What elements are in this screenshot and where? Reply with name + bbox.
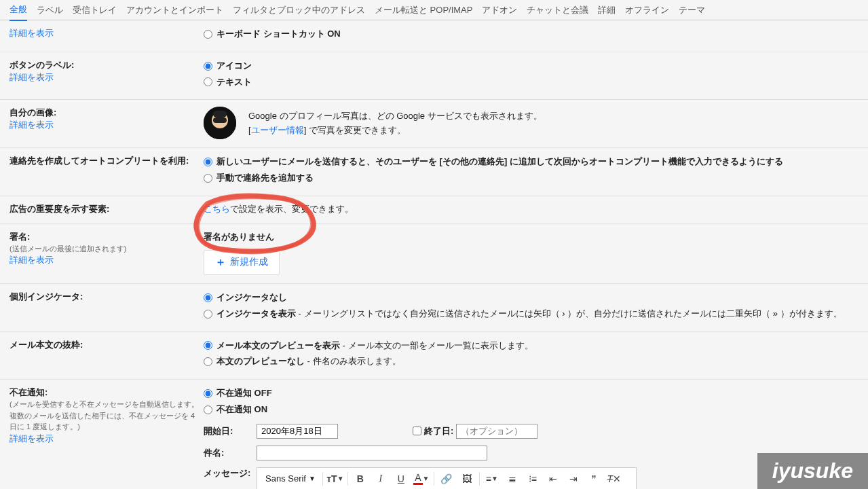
option-label: 不在通知 OFF — [216, 386, 272, 401]
section-subtitle: (送信メールの最後に追加されます) — [10, 243, 204, 255]
learn-more-link[interactable]: 詳細を表示 — [10, 255, 54, 265]
radio-no-snippets[interactable] — [204, 357, 212, 366]
row-ads: 広告の重要度を示す要素: こちらで設定を表示、変更できます。 — [0, 196, 868, 224]
subject-input[interactable] — [257, 446, 487, 460]
end-date-checkbox[interactable] — [413, 427, 421, 435]
tab-0[interactable]: 全般 — [10, 0, 27, 21]
option-label: インジケータなし — [216, 291, 287, 305]
radio-option[interactable]: テキスト — [204, 75, 858, 90]
about-me-link[interactable]: ユーザー情報 — [251, 125, 304, 135]
radio-option[interactable]: 不在通知 OFF — [204, 386, 858, 401]
option-label: 新しいユーザーにメールを送信すると、そのユーザーを [その他の連絡先] に追加し… — [216, 155, 783, 169]
tab-5[interactable]: メール転送と POP/IMAP — [375, 0, 472, 20]
tab-6[interactable]: アドオン — [482, 0, 517, 20]
row-my-picture: 自分の画像: 詳細を表示 Google のプロフィール写真は、どの Google… — [0, 100, 868, 148]
start-date-row: 開始日: 終了日: — [204, 424, 858, 439]
radio-vacation-on[interactable] — [204, 405, 212, 414]
radio-show-indicators[interactable] — [204, 310, 212, 319]
learn-more-link[interactable]: 詳細を表示 — [10, 120, 54, 130]
row-vacation: 不在通知: (メールを受信すると不在メッセージを自動返信します。複数のメールを送… — [0, 380, 868, 489]
row-shortcuts: 詳細を表示 キーボード ショートカット ON — [0, 20, 868, 52]
learn-more-link[interactable]: 詳細を表示 — [10, 72, 54, 82]
row-snippets: メール本文の抜粋: メール本文のプレビューを表示 - メール本文の一部をメール一… — [0, 332, 868, 380]
avatar[interactable] — [204, 107, 236, 139]
section-title: 不在通知: — [10, 386, 204, 399]
radio-vacation-off[interactable] — [204, 389, 212, 398]
watermark: iyusuke — [757, 453, 868, 489]
radio-option[interactable]: インジケータを表示 - メーリングリストではなく自分宛に送信されたメールには矢印… — [204, 307, 858, 321]
tab-2[interactable]: 受信トレイ — [73, 0, 117, 20]
numbered-list-icon[interactable]: ≣ — [504, 471, 521, 487]
radio-icons[interactable] — [204, 62, 212, 71]
italic-icon[interactable]: I — [373, 471, 389, 487]
radio-option[interactable]: メール本文のプレビューを表示 - メール本文の一部をメール一覧に表示します。 — [204, 339, 858, 353]
no-signature-text: 署名がありません — [204, 231, 858, 243]
radio-text[interactable] — [204, 77, 212, 86]
message-label: メッセージ: — [204, 467, 257, 479]
tab-10[interactable]: テーマ — [679, 0, 705, 20]
tab-4[interactable]: フィルタとブロック中のアドレス — [233, 0, 365, 20]
indent-less-icon[interactable]: ⇤ — [545, 471, 561, 487]
section-title: ボタンのラベル: — [10, 59, 204, 71]
create-new-button[interactable]: ＋ 新規作成 — [204, 250, 280, 275]
radio-option[interactable]: インジケータなし — [204, 291, 858, 305]
indent-more-icon[interactable]: ⇥ — [565, 471, 582, 487]
subject-label: 件名: — [204, 447, 257, 459]
radio-manual-add[interactable] — [204, 174, 212, 183]
radio-no-indicators[interactable] — [204, 293, 212, 302]
section-title: 個別インジケータ: — [10, 291, 204, 303]
tab-1[interactable]: ラベル — [37, 0, 63, 20]
row-signature: 署名: (送信メールの最後に追加されます) 詳細を表示 署名がありません ＋ 新… — [0, 224, 868, 284]
settings-content: 詳細を表示 キーボード ショートカット ON ボタンのラベル: 詳細を表示 アイ… — [0, 20, 868, 489]
align-icon[interactable]: ≡▼ — [484, 471, 500, 487]
section-title: 自分の画像: — [10, 107, 204, 119]
text-color-icon[interactable]: A▼ — [413, 471, 430, 487]
ads-text: で設定を表示、変更できます。 — [230, 204, 354, 214]
bullet-list-icon[interactable]: ⁝≡ — [525, 471, 541, 487]
option-label: 本文のプレビューなし - 件名のみ表示します。 — [216, 355, 401, 369]
radio-option[interactable]: アイコン — [204, 59, 858, 73]
tab-7[interactable]: チャットと会議 — [527, 0, 588, 20]
editor-toolbar: Sans Serif ▼ тT▼ B I U A▼ 🔗 🖼 ≡▼ ≣ — [257, 467, 637, 489]
radio-option[interactable]: キーボード ショートカット ON — [204, 27, 858, 41]
option-label: 手動で連絡先を追加する — [216, 171, 314, 185]
section-title: 連絡先を作成してオートコンプリートを利用: — [10, 155, 204, 167]
caret-down-icon: ▼ — [309, 475, 316, 482]
bold-icon[interactable]: B — [352, 471, 369, 487]
svg-rect-2 — [213, 117, 227, 123]
start-date-input[interactable] — [257, 424, 338, 439]
end-date-input[interactable] — [456, 424, 537, 439]
option-label: メール本文のプレビューを表示 - メール本文の一部をメール一覧に表示します。 — [216, 339, 533, 353]
start-date-label: 開始日: — [204, 425, 257, 437]
profile-desc2: [ユーザー情報] で写真を変更できます。 — [248, 124, 542, 138]
radio-auto-add[interactable] — [204, 158, 212, 166]
radio-option[interactable]: 新しいユーザーにメールを送信すると、そのユーザーを [その他の連絡先] に追加し… — [204, 155, 858, 169]
option-label: インジケータを表示 - メーリングリストではなく自分宛に送信されたメールには矢印… — [216, 307, 842, 321]
option-label: テキスト — [216, 75, 252, 90]
svg-rect-3 — [213, 111, 227, 117]
section-title: メール本文の抜粋: — [10, 339, 204, 351]
end-date-label: 終了日: — [424, 425, 453, 437]
learn-more-link[interactable]: 詳細を表示 — [10, 28, 54, 38]
radio-option[interactable]: 手動で連絡先を追加する — [204, 171, 858, 185]
radio-option[interactable]: 本文のプレビューなし - 件名のみ表示します。 — [204, 355, 858, 369]
quote-icon[interactable]: ” — [586, 471, 602, 487]
profile-desc: Google のプロフィール写真は、どの Google サービスでも表示されます… — [248, 109, 542, 124]
font-select[interactable]: Sans Serif ▼ — [263, 472, 318, 485]
image-icon[interactable]: 🖼 — [459, 471, 475, 487]
ads-settings-link[interactable]: こちら — [204, 204, 230, 214]
tab-3[interactable]: アカウントとインポート — [126, 0, 223, 20]
tab-8[interactable]: 詳細 — [598, 0, 616, 20]
underline-icon[interactable]: U — [393, 471, 409, 487]
option-label: アイコン — [216, 59, 252, 73]
clear-format-icon[interactable]: T✕ — [606, 471, 622, 487]
radio-shortcut-on[interactable] — [204, 30, 212, 39]
radio-show-snippets[interactable] — [204, 341, 212, 350]
row-autocomplete: 連絡先を作成してオートコンプリートを利用: 新しいユーザーにメールを送信すると、… — [0, 148, 868, 196]
learn-more-link[interactable]: 詳細を表示 — [10, 433, 54, 443]
font-size-icon[interactable]: тT▼ — [327, 471, 343, 487]
row-button-labels: ボタンのラベル: 詳細を表示 アイコン テキスト — [0, 52, 868, 101]
tab-9[interactable]: オフライン — [625, 0, 669, 20]
link-icon[interactable]: 🔗 — [438, 471, 455, 487]
radio-option[interactable]: 不在通知 ON — [204, 403, 858, 417]
